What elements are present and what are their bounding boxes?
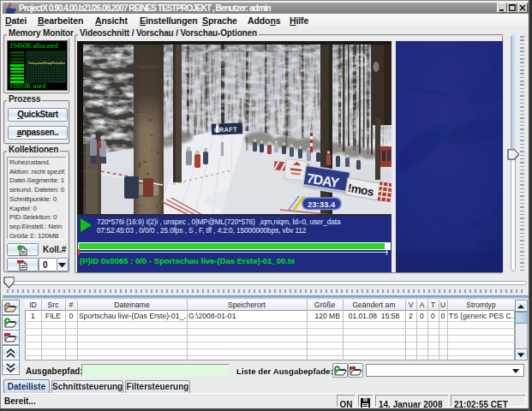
svg-text:1: 1: [359, 57, 363, 65]
svg-text:23:33.4: 23:33.4: [308, 200, 336, 209]
